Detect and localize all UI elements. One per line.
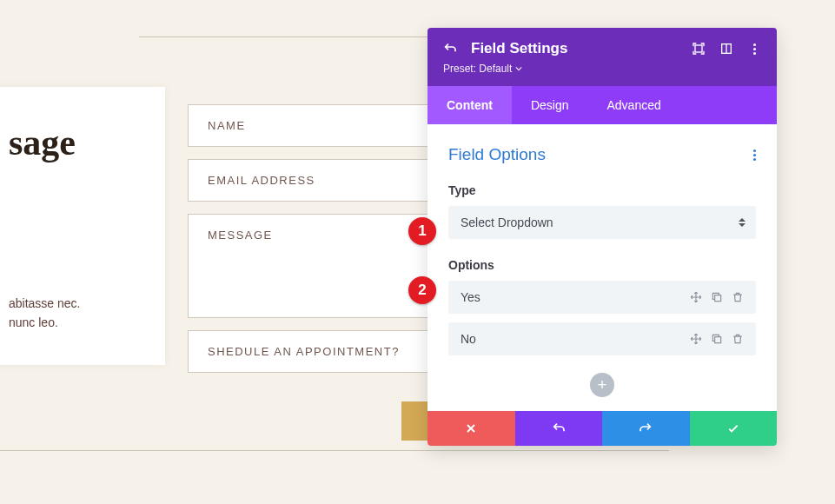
tab-content[interactable]: Content [427,86,512,124]
option-label: No [461,332,476,346]
tab-advanced[interactable]: Advanced [587,86,679,124]
more-icon[interactable] [747,42,761,56]
tab-design[interactable]: Design [512,86,588,124]
expand-icon[interactable] [692,42,706,56]
select-caret-icon [739,218,746,227]
panel-title: Field Settings [471,40,678,57]
field-settings-panel: Field Settings Preset: Default Content D… [427,28,777,446]
callout-badge-1: 1 [408,217,436,245]
options-label: Options [448,258,756,272]
type-value: Select Dropdown [461,216,553,229]
page-title: sage [9,122,139,163]
move-icon[interactable] [690,291,702,303]
type-label: Type [448,183,756,197]
cancel-button[interactable] [427,411,515,446]
option-row: Yes [448,281,756,314]
back-icon[interactable] [443,42,457,56]
undo-button[interactable] [515,411,603,446]
add-option-button[interactable]: + [590,373,614,397]
redo-button[interactable] [602,411,690,446]
duplicate-icon[interactable] [711,291,723,303]
svg-rect-3 [715,295,721,302]
body-text-2: nunc leo. [9,315,58,329]
divider-bottom [0,450,669,451]
intro-card: sage abitasse nec. nunc leo. [0,87,165,365]
delete-icon[interactable] [732,291,744,303]
callout-badge-2: 2 [408,276,436,304]
body-text-1: abitasse nec. [9,296,81,310]
option-row: No [448,322,756,355]
delete-icon[interactable] [732,333,744,345]
preset-selector[interactable]: Preset: Default [443,63,522,75]
panel-tabs: Content Design Advanced [427,86,777,124]
preset-label: Preset: Default [443,63,512,75]
section-more-icon[interactable] [753,149,756,161]
section-title: Field Options [448,145,546,164]
duplicate-icon[interactable] [711,333,723,345]
layout-icon[interactable] [719,42,733,56]
panel-footer [427,411,777,446]
panel-header: Field Settings Preset: Default [427,28,777,86]
type-select[interactable]: Select Dropdown [448,206,756,239]
option-label: Yes [461,290,480,304]
save-button[interactable] [690,411,778,446]
move-icon[interactable] [690,333,702,345]
svg-rect-4 [715,337,721,343]
svg-rect-0 [695,45,702,52]
